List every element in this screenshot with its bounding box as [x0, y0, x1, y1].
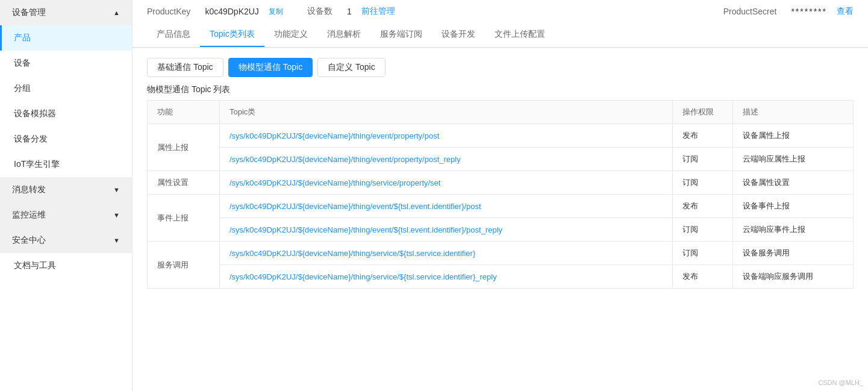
td-permission: 订阅: [673, 242, 733, 265]
tab-message-parse[interactable]: 消息解析: [317, 23, 370, 47]
product-key-label: ProductKey: [147, 7, 190, 16]
sub-tab-tsl[interactable]: 物模型通信 Topic: [228, 58, 313, 77]
td-topic: /sys/k0c49DpK2UJ/${deviceName}/thing/eve…: [220, 218, 673, 242]
product-secret-value: ********: [791, 7, 827, 16]
sidebar-monitor[interactable]: 监控运维 ▼: [0, 202, 132, 228]
table-container: 功能 Topic类 操作权限 描述 属性上报/sys/k0c49DpK2UJ/$…: [133, 100, 868, 298]
th-permission: 操作权限: [673, 101, 733, 124]
td-permission: 订阅: [673, 148, 733, 171]
chevron-down-icon-msg: ▼: [113, 186, 120, 193]
sidebar-item-docs[interactable]: 文档与工具: [0, 253, 132, 278]
td-permission: 发布: [673, 265, 733, 289]
watermark: CSDN @MLH_: [818, 379, 863, 386]
td-permission: 发布: [673, 124, 733, 148]
td-description: 云端响应事件上报: [733, 218, 854, 242]
sidebar-item-device[interactable]: 设备: [0, 51, 132, 76]
td-function: 事件上报: [148, 195, 220, 242]
td-description: 设备端响应服务调用: [733, 265, 854, 289]
main-tabs: 产品信息 Topic类列表 功能定义 消息解析 服务端订阅 设备开发 文件上传配…: [133, 23, 868, 48]
sidebar-item-docs-label: 文档与工具: [14, 260, 56, 270]
td-description: 云端响应属性上报: [733, 148, 854, 171]
td-function: 属性上报: [148, 124, 220, 171]
th-function: 功能: [148, 101, 220, 124]
device-count-label: 设备数: [307, 6, 333, 17]
td-permission: 订阅: [673, 218, 733, 242]
chevron-down-icon-security: ▼: [113, 237, 120, 244]
tab-function-def[interactable]: 功能定义: [264, 23, 317, 47]
table-row: /sys/k0c49DpK2UJ/${deviceName}/thing/eve…: [148, 148, 854, 171]
table-row: 服务调用/sys/k0c49DpK2UJ/${deviceName}/thing…: [148, 242, 854, 265]
sidebar-security[interactable]: 安全中心 ▼: [0, 228, 132, 253]
device-count-item: 设备数 1 前往管理: [307, 6, 395, 17]
product-secret-item: ProductSecret ******** 查看: [723, 6, 854, 17]
td-topic: /sys/k0c49DpK2UJ/${deviceName}/thing/eve…: [220, 148, 673, 171]
sidebar-security-label: 安全中心: [12, 235, 46, 246]
table-row: 事件上报/sys/k0c49DpK2UJ/${deviceName}/thing…: [148, 195, 854, 218]
view-secret-link[interactable]: 查看: [837, 6, 854, 17]
sidebar-item-simulator[interactable]: 设备模拟器: [0, 101, 132, 127]
sub-tabs: 基础通信 Topic 物模型通信 Topic 自定义 Topic: [133, 48, 868, 77]
table-header-row: 功能 Topic类 操作权限 描述: [148, 101, 854, 124]
table-row: 属性设置/sys/k0c49DpK2UJ/${deviceName}/thing…: [148, 171, 854, 195]
sidebar-item-distribution[interactable]: 设备分发: [0, 127, 132, 152]
td-description: 设备服务调用: [733, 242, 854, 265]
td-permission: 发布: [673, 195, 733, 218]
sidebar-monitor-label: 监控运维: [12, 210, 46, 221]
product-key-item: ProductKey k0c49DpK2UJ 复制: [147, 7, 283, 17]
topic-table: 功能 Topic类 操作权限 描述 属性上报/sys/k0c49DpK2UJ/$…: [147, 100, 854, 289]
sidebar-item-simulator-label: 设备模拟器: [14, 108, 56, 118]
td-topic: /sys/k0c49DpK2UJ/${deviceName}/thing/ser…: [220, 242, 673, 265]
copy-button[interactable]: 复制: [269, 7, 283, 17]
sidebar-device-management[interactable]: 设备管理 ▲: [0, 0, 132, 25]
sidebar-item-product-label: 产品: [14, 33, 31, 42]
device-count-value: 1: [347, 7, 352, 16]
td-function: 属性设置: [148, 171, 220, 195]
chevron-up-icon: ▲: [113, 9, 120, 16]
tab-server-sub[interactable]: 服务端订阅: [370, 23, 432, 47]
td-permission: 订阅: [673, 171, 733, 195]
sidebar: 设备管理 ▲ 产品 设备 分组 设备模拟器 设备分发 IoT孪生引擎 消息转发 …: [0, 0, 133, 391]
sub-tab-custom[interactable]: 自定义 Topic: [317, 58, 386, 77]
th-topic: Topic类: [220, 101, 673, 124]
main-content: ProductKey k0c49DpK2UJ 复制 设备数 1 前往管理 Pro…: [133, 0, 868, 391]
sidebar-item-distribution-label: 设备分发: [14, 134, 48, 143]
tab-product-info[interactable]: 产品信息: [147, 23, 200, 47]
product-secret-label: ProductSecret: [723, 7, 777, 16]
td-function: 服务调用: [148, 242, 220, 289]
sidebar-item-group[interactable]: 分组: [0, 76, 132, 101]
td-topic: /sys/k0c49DpK2UJ/${deviceName}/thing/ser…: [220, 265, 673, 289]
sidebar-item-iot[interactable]: IoT孪生引擎: [0, 152, 132, 177]
sub-tab-basic[interactable]: 基础通信 Topic: [147, 58, 223, 77]
product-header: ProductKey k0c49DpK2UJ 复制 设备数 1 前往管理 Pro…: [133, 0, 868, 48]
table-row: /sys/k0c49DpK2UJ/${deviceName}/thing/eve…: [148, 218, 854, 242]
sidebar-item-group-label: 分组: [14, 83, 31, 93]
td-description: 设备属性设置: [733, 171, 854, 195]
td-topic: /sys/k0c49DpK2UJ/${deviceName}/thing/eve…: [220, 195, 673, 218]
sidebar-message-forward-label: 消息转发: [12, 184, 46, 195]
table-row: 属性上报/sys/k0c49DpK2UJ/${deviceName}/thing…: [148, 124, 854, 148]
td-topic: /sys/k0c49DpK2UJ/${deviceName}/thing/eve…: [220, 124, 673, 148]
product-meta: ProductKey k0c49DpK2UJ 复制 设备数 1 前往管理 Pro…: [147, 6, 854, 23]
tab-file-upload[interactable]: 文件上传配置: [485, 23, 555, 47]
sidebar-message-forward[interactable]: 消息转发 ▼: [0, 177, 132, 202]
sidebar-device-management-label: 设备管理: [12, 7, 46, 18]
sidebar-item-product[interactable]: 产品: [0, 25, 132, 51]
section-title: 物模型通信 Topic 列表: [133, 77, 868, 100]
table-row: /sys/k0c49DpK2UJ/${deviceName}/thing/ser…: [148, 265, 854, 289]
sidebar-item-device-label: 设备: [14, 58, 31, 67]
td-description: 设备属性上报: [733, 124, 854, 148]
td-topic: /sys/k0c49DpK2UJ/${deviceName}/thing/ser…: [220, 171, 673, 195]
manage-link[interactable]: 前往管理: [361, 6, 395, 17]
sidebar-item-iot-label: IoT孪生引擎: [14, 159, 60, 169]
tab-topic-list[interactable]: Topic类列表: [200, 23, 264, 47]
chevron-down-icon-monitor: ▼: [113, 211, 120, 219]
tab-device-dev[interactable]: 设备开发: [432, 23, 485, 47]
th-description: 描述: [733, 101, 854, 124]
product-key-value: k0c49DpK2UJ: [205, 7, 259, 16]
td-description: 设备事件上报: [733, 195, 854, 218]
